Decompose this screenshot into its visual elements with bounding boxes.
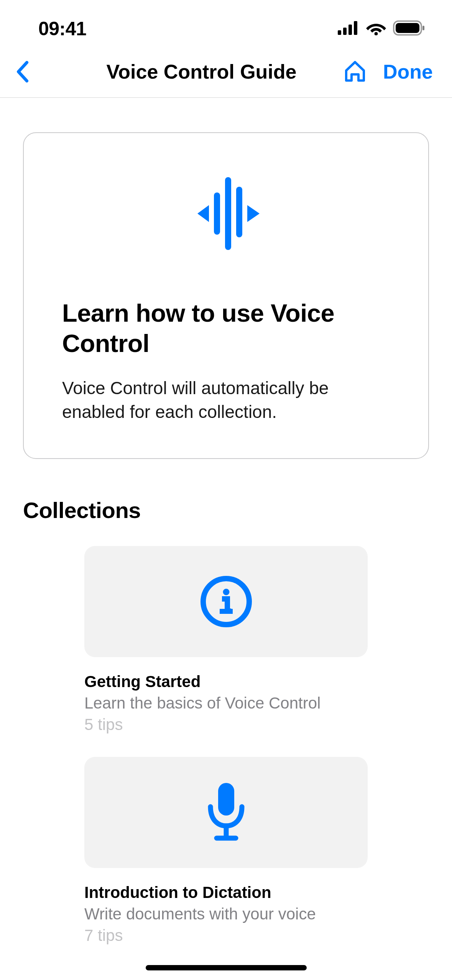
svg-rect-7 xyxy=(422,26,424,30)
hero-subtitle: Voice Control will automatically be enab… xyxy=(62,376,394,424)
svg-rect-0 xyxy=(338,30,341,35)
svg-rect-9 xyxy=(225,177,231,250)
collection-getting-started[interactable]: Getting Started Learn the basics of Voic… xyxy=(84,546,368,734)
svg-point-12 xyxy=(223,589,229,595)
info-icon xyxy=(197,573,255,630)
svg-rect-10 xyxy=(236,187,242,237)
wifi-icon xyxy=(366,21,386,37)
nav-bar: Voice Control Guide Done xyxy=(0,50,452,98)
hero-card: Learn how to use Voice Control Voice Con… xyxy=(23,132,429,459)
status-bar: 09:41 xyxy=(0,0,452,50)
collection-icon-box xyxy=(84,546,368,657)
status-icons xyxy=(338,20,425,37)
chevron-left-icon xyxy=(15,60,31,83)
svg-rect-14 xyxy=(218,783,234,816)
collection-tips: 7 tips xyxy=(84,926,368,945)
collections-heading: Collections xyxy=(23,497,429,523)
svg-rect-1 xyxy=(343,28,347,35)
collection-title: Getting Started xyxy=(84,673,368,691)
hero-title: Learn how to use Voice Control xyxy=(62,298,394,359)
collection-desc: Write documents with your voice xyxy=(84,905,368,923)
svg-rect-2 xyxy=(348,25,352,35)
home-indicator[interactable] xyxy=(146,965,307,970)
back-button[interactable] xyxy=(15,60,61,83)
collection-desc: Learn the basics of Voice Control xyxy=(84,694,368,712)
voice-control-icon xyxy=(62,171,394,256)
microphone-icon xyxy=(201,780,251,845)
cellular-icon xyxy=(338,21,359,36)
svg-rect-8 xyxy=(214,192,220,235)
collection-intro-dictation[interactable]: Introduction to Dictation Write document… xyxy=(84,757,368,945)
done-button[interactable]: Done xyxy=(383,60,433,83)
main-content: Learn how to use Voice Control Voice Con… xyxy=(0,98,452,945)
home-icon xyxy=(342,58,368,84)
collections-list: Getting Started Learn the basics of Voic… xyxy=(23,546,429,945)
svg-rect-13 xyxy=(220,609,233,614)
collection-icon-box xyxy=(84,757,368,868)
svg-rect-6 xyxy=(396,23,419,33)
collection-title: Introduction to Dictation xyxy=(84,883,368,902)
svg-point-4 xyxy=(375,32,378,36)
collection-tips: 5 tips xyxy=(84,715,368,734)
battery-icon xyxy=(393,20,425,37)
svg-rect-3 xyxy=(354,21,357,35)
home-button[interactable] xyxy=(342,58,368,86)
nav-title: Voice Control Guide xyxy=(61,60,342,83)
status-time: 09:41 xyxy=(38,18,86,40)
